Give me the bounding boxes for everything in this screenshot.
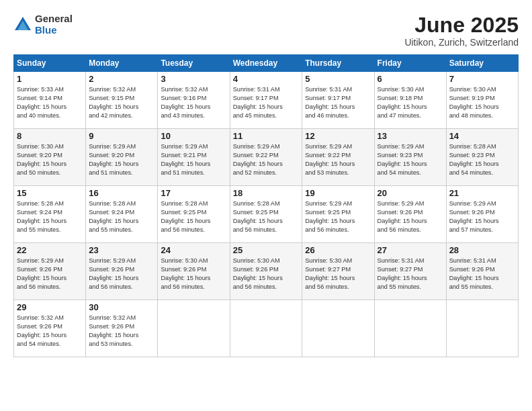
table-row: 20Sunrise: 5:29 AMSunset: 9:26 PMDayligh… <box>374 186 446 243</box>
table-row: 1Sunrise: 5:33 AMSunset: 9:14 PMDaylight… <box>14 72 86 129</box>
day-number: 20 <box>378 188 443 198</box>
table-row: 28Sunrise: 5:31 AMSunset: 9:26 PMDayligh… <box>446 243 518 300</box>
calendar-subtitle: Uitikon, Zurich, Switzerland <box>404 37 519 48</box>
day-number: 22 <box>17 245 83 255</box>
day-info: Sunrise: 5:33 AMSunset: 9:14 PMDaylight:… <box>17 85 83 120</box>
day-info: Sunrise: 5:29 AMSunset: 9:26 PMDaylight:… <box>17 257 83 291</box>
table-row <box>446 300 518 357</box>
day-number: 6 <box>378 74 443 84</box>
table-row: 18Sunrise: 5:28 AMSunset: 9:25 PMDayligh… <box>230 186 302 243</box>
table-row: 6Sunrise: 5:30 AMSunset: 9:18 PMDaylight… <box>374 72 446 129</box>
day-info: Sunrise: 5:29 AMSunset: 9:26 PMDaylight:… <box>89 257 154 291</box>
day-number: 10 <box>161 131 226 141</box>
day-number: 5 <box>305 74 371 84</box>
table-row: 2Sunrise: 5:32 AMSunset: 9:15 PMDaylight… <box>86 72 158 129</box>
day-number: 26 <box>305 245 371 255</box>
day-info: Sunrise: 5:30 AMSunset: 9:26 PMDaylight:… <box>161 257 226 291</box>
day-number: 19 <box>305 188 371 198</box>
day-number: 16 <box>89 188 154 198</box>
table-row: 30Sunrise: 5:32 AMSunset: 9:26 PMDayligh… <box>86 300 158 357</box>
table-row: 4Sunrise: 5:31 AMSunset: 9:17 PMDaylight… <box>230 72 302 129</box>
table-row: 17Sunrise: 5:28 AMSunset: 9:25 PMDayligh… <box>158 186 230 243</box>
header-tuesday: Tuesday <box>158 55 230 72</box>
header-saturday: Saturday <box>446 55 518 72</box>
day-number: 27 <box>378 245 443 255</box>
logo: General Blue <box>13 13 73 36</box>
table-row <box>230 300 302 357</box>
day-number: 7 <box>449 74 515 84</box>
table-row: 25Sunrise: 5:30 AMSunset: 9:26 PMDayligh… <box>230 243 302 300</box>
table-row: 29Sunrise: 5:32 AMSunset: 9:26 PMDayligh… <box>14 300 86 357</box>
day-info: Sunrise: 5:28 AMSunset: 9:25 PMDaylight:… <box>161 199 226 234</box>
table-row: 13Sunrise: 5:29 AMSunset: 9:23 PMDayligh… <box>374 129 446 186</box>
logo-blue: Blue <box>35 25 73 36</box>
day-info: Sunrise: 5:29 AMSunset: 9:21 PMDaylight:… <box>161 142 226 177</box>
logo-general: General <box>35 13 73 25</box>
day-number: 29 <box>17 302 83 312</box>
day-info: Sunrise: 5:30 AMSunset: 9:18 PMDaylight:… <box>378 85 443 120</box>
header-friday: Friday <box>374 55 446 72</box>
day-number: 8 <box>17 131 83 141</box>
table-row: 14Sunrise: 5:28 AMSunset: 9:23 PMDayligh… <box>446 129 518 186</box>
calendar-week-row: 15Sunrise: 5:28 AMSunset: 9:24 PMDayligh… <box>14 186 519 243</box>
table-row <box>374 300 446 357</box>
table-row: 21Sunrise: 5:29 AMSunset: 9:26 PMDayligh… <box>446 186 518 243</box>
day-info: Sunrise: 5:30 AMSunset: 9:19 PMDaylight:… <box>449 85 515 120</box>
day-info: Sunrise: 5:31 AMSunset: 9:17 PMDaylight:… <box>305 85 371 120</box>
day-info: Sunrise: 5:29 AMSunset: 9:22 PMDaylight:… <box>233 142 300 177</box>
day-info: Sunrise: 5:28 AMSunset: 9:24 PMDaylight:… <box>89 199 154 234</box>
table-row: 3Sunrise: 5:32 AMSunset: 9:16 PMDaylight… <box>158 72 230 129</box>
day-info: Sunrise: 5:32 AMSunset: 9:26 PMDaylight:… <box>17 314 83 349</box>
day-number: 23 <box>89 245 154 255</box>
day-info: Sunrise: 5:30 AMSunset: 9:20 PMDaylight:… <box>17 142 83 177</box>
header-thursday: Thursday <box>302 55 374 72</box>
table-row: 27Sunrise: 5:31 AMSunset: 9:27 PMDayligh… <box>374 243 446 300</box>
table-row: 22Sunrise: 5:29 AMSunset: 9:26 PMDayligh… <box>14 243 86 300</box>
table-row <box>302 300 374 357</box>
table-row: 23Sunrise: 5:29 AMSunset: 9:26 PMDayligh… <box>86 243 158 300</box>
day-info: Sunrise: 5:30 AMSunset: 9:27 PMDaylight:… <box>305 257 371 291</box>
day-number: 24 <box>161 245 226 255</box>
day-info: Sunrise: 5:29 AMSunset: 9:20 PMDaylight:… <box>89 142 154 177</box>
day-number: 18 <box>233 188 300 198</box>
table-row: 12Sunrise: 5:29 AMSunset: 9:22 PMDayligh… <box>302 129 374 186</box>
day-number: 2 <box>89 74 154 84</box>
table-row: 5Sunrise: 5:31 AMSunset: 9:17 PMDaylight… <box>302 72 374 129</box>
day-info: Sunrise: 5:29 AMSunset: 9:26 PMDaylight:… <box>449 199 515 234</box>
table-row: 26Sunrise: 5:30 AMSunset: 9:27 PMDayligh… <box>302 243 374 300</box>
table-row: 10Sunrise: 5:29 AMSunset: 9:21 PMDayligh… <box>158 129 230 186</box>
day-number: 4 <box>233 74 300 84</box>
day-info: Sunrise: 5:28 AMSunset: 9:25 PMDaylight:… <box>233 199 300 234</box>
day-number: 11 <box>233 131 300 141</box>
day-number: 17 <box>161 188 226 198</box>
day-number: 25 <box>233 245 300 255</box>
table-row <box>158 300 230 357</box>
header-wednesday: Wednesday <box>230 55 302 72</box>
day-info: Sunrise: 5:32 AMSunset: 9:26 PMDaylight:… <box>89 314 154 349</box>
day-number: 14 <box>449 131 515 141</box>
calendar-week-row: 22Sunrise: 5:29 AMSunset: 9:26 PMDayligh… <box>14 243 519 300</box>
day-info: Sunrise: 5:28 AMSunset: 9:23 PMDaylight:… <box>449 142 515 177</box>
calendar-week-row: 8Sunrise: 5:30 AMSunset: 9:20 PMDaylight… <box>14 129 519 186</box>
day-number: 13 <box>378 131 443 141</box>
table-row: 19Sunrise: 5:29 AMSunset: 9:25 PMDayligh… <box>302 186 374 243</box>
day-info: Sunrise: 5:31 AMSunset: 9:26 PMDaylight:… <box>449 257 515 291</box>
header-sunday: Sunday <box>14 55 86 72</box>
day-info: Sunrise: 5:31 AMSunset: 9:27 PMDaylight:… <box>378 257 443 291</box>
calendar-table: Sunday Monday Tuesday Wednesday Thursday… <box>13 54 519 357</box>
day-info: Sunrise: 5:31 AMSunset: 9:17 PMDaylight:… <box>233 85 300 120</box>
day-number: 21 <box>449 188 515 198</box>
day-number: 1 <box>17 74 83 84</box>
header: General Blue June 2025 Uitikon, Zurich, … <box>13 13 519 48</box>
table-row: 9Sunrise: 5:29 AMSunset: 9:20 PMDaylight… <box>86 129 158 186</box>
day-info: Sunrise: 5:28 AMSunset: 9:24 PMDaylight:… <box>17 199 83 234</box>
day-info: Sunrise: 5:29 AMSunset: 9:23 PMDaylight:… <box>378 142 443 177</box>
page: General Blue June 2025 Uitikon, Zurich, … <box>0 0 532 411</box>
table-row: 15Sunrise: 5:28 AMSunset: 9:24 PMDayligh… <box>14 186 86 243</box>
day-info: Sunrise: 5:30 AMSunset: 9:26 PMDaylight:… <box>233 257 300 291</box>
calendar-week-row: 1Sunrise: 5:33 AMSunset: 9:14 PMDaylight… <box>14 72 519 129</box>
day-info: Sunrise: 5:29 AMSunset: 9:25 PMDaylight:… <box>305 199 371 234</box>
title-block: June 2025 Uitikon, Zurich, Switzerland <box>404 13 519 48</box>
table-row: 24Sunrise: 5:30 AMSunset: 9:26 PMDayligh… <box>158 243 230 300</box>
calendar-title: June 2025 <box>404 13 519 37</box>
